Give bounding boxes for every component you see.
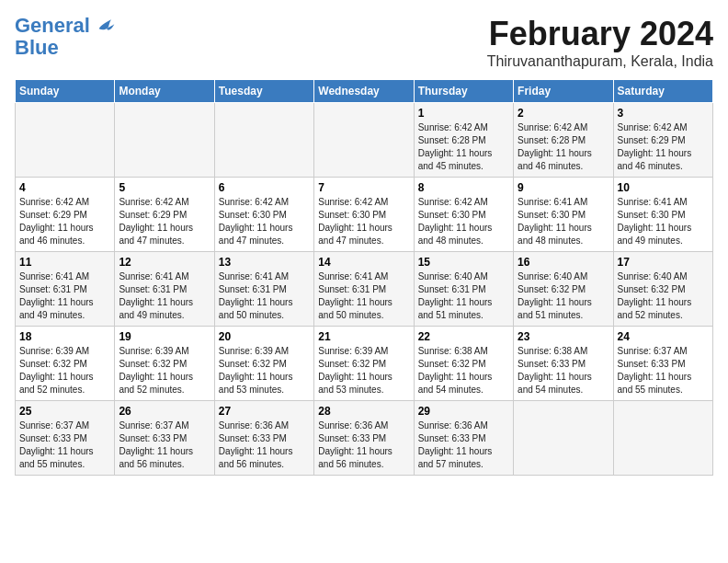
calendar-cell: 20Sunrise: 6:39 AM Sunset: 6:32 PM Dayli… bbox=[214, 327, 313, 401]
header-saturday: Saturday bbox=[613, 80, 712, 103]
day-number: 7 bbox=[318, 181, 409, 194]
calendar-cell bbox=[613, 401, 712, 476]
calendar-cell: 25Sunrise: 6:37 AM Sunset: 6:33 PM Dayli… bbox=[16, 401, 115, 476]
calendar-cell: 17Sunrise: 6:40 AM Sunset: 6:32 PM Dayli… bbox=[613, 252, 712, 327]
day-number: 26 bbox=[119, 405, 210, 418]
day-info: Sunrise: 6:40 AM Sunset: 6:32 PM Dayligh… bbox=[518, 270, 609, 322]
week-row-1: 4Sunrise: 6:42 AM Sunset: 6:29 PM Daylig… bbox=[16, 178, 713, 252]
week-row-0: 1Sunrise: 6:42 AM Sunset: 6:28 PM Daylig… bbox=[16, 103, 713, 178]
day-number: 6 bbox=[219, 181, 310, 194]
day-info: Sunrise: 6:42 AM Sunset: 6:28 PM Dayligh… bbox=[418, 121, 509, 173]
calendar-cell bbox=[514, 401, 613, 476]
calendar-cell: 10Sunrise: 6:41 AM Sunset: 6:30 PM Dayli… bbox=[613, 178, 712, 252]
calendar-cell: 29Sunrise: 6:36 AM Sunset: 6:33 PM Dayli… bbox=[414, 401, 513, 476]
day-info: Sunrise: 6:36 AM Sunset: 6:33 PM Dayligh… bbox=[219, 419, 310, 471]
calendar-body: 1Sunrise: 6:42 AM Sunset: 6:28 PM Daylig… bbox=[16, 103, 713, 476]
title-area: February 2024 Thiruvananthapuram, Kerala… bbox=[487, 15, 713, 70]
calendar-cell: 7Sunrise: 6:42 AM Sunset: 6:30 PM Daylig… bbox=[314, 178, 414, 252]
day-info: Sunrise: 6:37 AM Sunset: 6:33 PM Dayligh… bbox=[19, 419, 110, 471]
day-number: 9 bbox=[518, 181, 609, 194]
calendar-header-row: SundayMondayTuesdayWednesdayThursdayFrid… bbox=[16, 80, 713, 103]
calendar-cell: 9Sunrise: 6:41 AM Sunset: 6:30 PM Daylig… bbox=[514, 178, 613, 252]
logo-text: General bbox=[15, 15, 116, 37]
day-number: 12 bbox=[119, 256, 210, 269]
day-info: Sunrise: 6:42 AM Sunset: 6:30 PM Dayligh… bbox=[418, 196, 509, 247]
day-number: 25 bbox=[19, 405, 110, 418]
day-number: 27 bbox=[219, 405, 310, 418]
week-row-4: 25Sunrise: 6:37 AM Sunset: 6:33 PM Dayli… bbox=[16, 401, 713, 476]
day-info: Sunrise: 6:36 AM Sunset: 6:33 PM Dayligh… bbox=[318, 419, 409, 471]
header-sunday: Sunday bbox=[16, 80, 115, 103]
day-info: Sunrise: 6:38 AM Sunset: 6:33 PM Dayligh… bbox=[518, 345, 609, 396]
page-header: General Blue February 2024 Thiruvanantha… bbox=[15, 15, 713, 70]
calendar-cell bbox=[314, 103, 414, 178]
calendar-cell: 22Sunrise: 6:38 AM Sunset: 6:32 PM Dayli… bbox=[414, 327, 513, 401]
day-number: 19 bbox=[119, 330, 210, 343]
day-number: 29 bbox=[418, 405, 509, 418]
day-info: Sunrise: 6:39 AM Sunset: 6:32 PM Dayligh… bbox=[318, 345, 409, 396]
day-info: Sunrise: 6:40 AM Sunset: 6:31 PM Dayligh… bbox=[418, 270, 509, 322]
day-info: Sunrise: 6:42 AM Sunset: 6:28 PM Dayligh… bbox=[518, 121, 609, 173]
day-number: 10 bbox=[618, 181, 709, 194]
calendar-cell: 12Sunrise: 6:41 AM Sunset: 6:31 PM Dayli… bbox=[115, 252, 214, 327]
day-number: 18 bbox=[19, 330, 110, 343]
day-number: 2 bbox=[518, 107, 609, 120]
day-number: 16 bbox=[518, 256, 609, 269]
header-wednesday: Wednesday bbox=[314, 80, 414, 103]
calendar-cell: 13Sunrise: 6:41 AM Sunset: 6:31 PM Dayli… bbox=[214, 252, 313, 327]
calendar-cell: 18Sunrise: 6:39 AM Sunset: 6:32 PM Dayli… bbox=[16, 327, 115, 401]
calendar-cell: 2Sunrise: 6:42 AM Sunset: 6:28 PM Daylig… bbox=[514, 103, 613, 178]
day-number: 22 bbox=[418, 330, 509, 343]
day-number: 28 bbox=[318, 405, 409, 418]
day-number: 1 bbox=[418, 107, 509, 120]
calendar-cell: 21Sunrise: 6:39 AM Sunset: 6:32 PM Dayli… bbox=[314, 327, 414, 401]
page-title: February 2024 bbox=[487, 15, 713, 53]
day-number: 13 bbox=[219, 256, 310, 269]
calendar-cell: 26Sunrise: 6:37 AM Sunset: 6:33 PM Dayli… bbox=[115, 401, 214, 476]
day-info: Sunrise: 6:39 AM Sunset: 6:32 PM Dayligh… bbox=[219, 345, 310, 396]
day-number: 3 bbox=[618, 107, 709, 120]
day-number: 8 bbox=[418, 181, 509, 194]
logo: General Blue bbox=[15, 15, 116, 59]
day-info: Sunrise: 6:38 AM Sunset: 6:32 PM Dayligh… bbox=[418, 345, 509, 396]
day-number: 4 bbox=[19, 181, 110, 194]
day-number: 20 bbox=[219, 330, 310, 343]
calendar-cell: 14Sunrise: 6:41 AM Sunset: 6:31 PM Dayli… bbox=[314, 252, 414, 327]
calendar-cell: 11Sunrise: 6:41 AM Sunset: 6:31 PM Dayli… bbox=[16, 252, 115, 327]
calendar-cell: 24Sunrise: 6:37 AM Sunset: 6:33 PM Dayli… bbox=[613, 327, 712, 401]
header-tuesday: Tuesday bbox=[214, 80, 313, 103]
week-row-3: 18Sunrise: 6:39 AM Sunset: 6:32 PM Dayli… bbox=[16, 327, 713, 401]
day-info: Sunrise: 6:42 AM Sunset: 6:30 PM Dayligh… bbox=[219, 196, 310, 247]
day-info: Sunrise: 6:41 AM Sunset: 6:30 PM Dayligh… bbox=[518, 196, 609, 247]
day-info: Sunrise: 6:41 AM Sunset: 6:31 PM Dayligh… bbox=[219, 270, 310, 322]
day-number: 21 bbox=[318, 330, 409, 343]
calendar-cell: 19Sunrise: 6:39 AM Sunset: 6:32 PM Dayli… bbox=[115, 327, 214, 401]
day-number: 23 bbox=[518, 330, 609, 343]
day-info: Sunrise: 6:37 AM Sunset: 6:33 PM Dayligh… bbox=[618, 345, 709, 396]
calendar-cell: 8Sunrise: 6:42 AM Sunset: 6:30 PM Daylig… bbox=[414, 178, 513, 252]
day-info: Sunrise: 6:40 AM Sunset: 6:32 PM Dayligh… bbox=[618, 270, 709, 322]
day-info: Sunrise: 6:42 AM Sunset: 6:29 PM Dayligh… bbox=[19, 196, 110, 247]
calendar-cell: 4Sunrise: 6:42 AM Sunset: 6:29 PM Daylig… bbox=[16, 178, 115, 252]
day-info: Sunrise: 6:37 AM Sunset: 6:33 PM Dayligh… bbox=[119, 419, 210, 471]
header-monday: Monday bbox=[115, 80, 214, 103]
header-thursday: Thursday bbox=[414, 80, 513, 103]
calendar-cell: 28Sunrise: 6:36 AM Sunset: 6:33 PM Dayli… bbox=[314, 401, 414, 476]
day-number: 24 bbox=[618, 330, 709, 343]
day-info: Sunrise: 6:42 AM Sunset: 6:29 PM Dayligh… bbox=[618, 121, 709, 173]
calendar-cell bbox=[214, 103, 313, 178]
calendar-cell: 27Sunrise: 6:36 AM Sunset: 6:33 PM Dayli… bbox=[214, 401, 313, 476]
day-number: 15 bbox=[418, 256, 509, 269]
day-number: 17 bbox=[618, 256, 709, 269]
calendar-cell: 16Sunrise: 6:40 AM Sunset: 6:32 PM Dayli… bbox=[514, 252, 613, 327]
calendar-cell bbox=[16, 103, 115, 178]
day-info: Sunrise: 6:41 AM Sunset: 6:31 PM Dayligh… bbox=[19, 270, 110, 322]
logo-bird-icon bbox=[97, 17, 116, 32]
calendar-cell: 15Sunrise: 6:40 AM Sunset: 6:31 PM Dayli… bbox=[414, 252, 513, 327]
calendar-table: SundayMondayTuesdayWednesdayThursdayFrid… bbox=[15, 79, 713, 476]
day-info: Sunrise: 6:42 AM Sunset: 6:29 PM Dayligh… bbox=[119, 196, 210, 247]
day-info: Sunrise: 6:36 AM Sunset: 6:33 PM Dayligh… bbox=[418, 419, 509, 471]
day-number: 5 bbox=[119, 181, 210, 194]
day-info: Sunrise: 6:41 AM Sunset: 6:30 PM Dayligh… bbox=[618, 196, 709, 247]
day-info: Sunrise: 6:39 AM Sunset: 6:32 PM Dayligh… bbox=[19, 345, 110, 396]
